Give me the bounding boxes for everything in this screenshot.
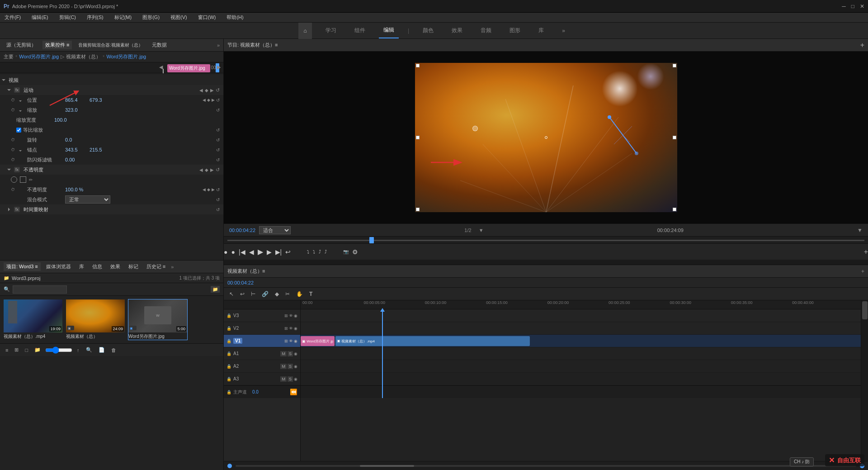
search-input[interactable] (13, 285, 67, 294)
pos-reset[interactable]: ↺ (216, 98, 220, 103)
tab-library[interactable]: 库 (534, 23, 548, 38)
media-item-image1[interactable]: W 5:00 ▣ Word另存图片.jpg (128, 299, 187, 340)
extract-button[interactable]: ⤴ (325, 249, 327, 254)
tab-effects[interactable]: 效果 (447, 23, 467, 38)
a3-lock[interactable]: 🔒 (226, 377, 231, 381)
timeline-timecode[interactable]: 00:00:04:22 (227, 280, 254, 285)
preview-timecode[interactable]: 00:00:04:22 (229, 228, 255, 233)
v3-toggle-output[interactable]: ◉ (294, 313, 297, 318)
rotation-reset[interactable]: ↺ (216, 138, 220, 142)
menu-clip[interactable]: 剪辑(C) (57, 14, 78, 21)
opacity-val-reset[interactable]: ↺ (216, 187, 220, 192)
motion-header[interactable]: fx 运动 ◀ ◆ ▶ ↺ (0, 85, 223, 95)
opacity-header[interactable]: fx 不透明度 ◀ ◆ ▶ ↺ (0, 165, 223, 175)
section-video[interactable]: 视频 ↺ (0, 75, 223, 85)
time-remap-reset[interactable]: ↺ (216, 207, 220, 212)
media-item-video2[interactable]: 24:09 ▣ 视频素材（总） (66, 299, 125, 340)
tab-metadata[interactable]: 元数据 (149, 41, 170, 49)
tool-hand[interactable]: ✋ (294, 290, 305, 298)
go-to-out-button[interactable]: ▶| (275, 248, 282, 256)
footer-new-item[interactable]: 📄 (97, 346, 107, 354)
rotation-value[interactable]: 0.0 (65, 137, 88, 142)
menu-view[interactable]: 视图(V) (169, 14, 189, 21)
anchor-stopwatch[interactable]: ⏱ (11, 147, 17, 152)
a1-toggle-output[interactable]: ◉ (294, 351, 297, 356)
v3-lock[interactable]: 🔒 (226, 313, 231, 318)
anchor-y[interactable]: 215.5 (90, 147, 108, 152)
tool-razor[interactable]: ✂ (283, 290, 292, 298)
uniform-reset[interactable]: ↺ (216, 128, 220, 133)
a3-toggle-output[interactable]: ◉ (294, 377, 297, 381)
tool-undo[interactable]: ↩ (238, 290, 246, 298)
opacity-reset[interactable]: ↺ (216, 167, 220, 173)
tool-type[interactable]: T (307, 290, 314, 298)
breadcrumb-main[interactable]: 主要 (4, 53, 14, 60)
tab-markers[interactable]: 标记 (126, 262, 141, 271)
blend-mode-select[interactable]: 正常 叠加 正片叠底 (65, 195, 110, 204)
effect-timeline-next[interactable]: ▶ (217, 64, 221, 70)
breadcrumb-source-clip[interactable]: Word另存图片.jpg (19, 53, 59, 60)
clip-main-video[interactable]: ▣ 视频素材（总）.mp4 (335, 336, 530, 346)
footer-list-view[interactable]: ≡ (4, 347, 10, 354)
timeline-start-marker[interactable] (227, 464, 232, 468)
track-name-v1-active[interactable]: V1 (233, 338, 242, 344)
position-stopwatch[interactable]: ⏱ (11, 98, 17, 102)
a1-mute[interactable]: M (280, 351, 287, 356)
position-x[interactable]: 865.4 (65, 97, 88, 103)
new-folder-button[interactable]: 📁 (211, 286, 220, 293)
scale-width-value[interactable]: 100.0 (54, 117, 77, 123)
tab-media-browser[interactable]: 媒体浏览器 (43, 262, 74, 271)
tab-learn[interactable]: 学习 (321, 23, 341, 38)
breadcrumb-sequence[interactable]: 视频素材（总） (66, 53, 101, 60)
menu-sequence[interactable]: 序列(S) (85, 14, 105, 21)
tab-assembly[interactable]: 组件 (350, 23, 370, 38)
antiflicker-reset[interactable]: ↺ (216, 157, 220, 162)
menu-help[interactable]: 帮助(H) (225, 14, 245, 21)
panel-expand-button[interactable]: » (217, 43, 220, 48)
position-y[interactable]: 679.3 (90, 97, 108, 103)
tool-selection[interactable]: ↖ (227, 290, 236, 298)
tab-info[interactable]: 信息 (90, 262, 105, 271)
menu-window[interactable]: 窗口(W) (196, 14, 218, 21)
effect-timeline-clip[interactable]: Word另存图片.jpg (167, 64, 210, 72)
tab-effects-panel[interactable]: 效果 (108, 262, 123, 271)
scale-reset[interactable]: ↺ (216, 108, 220, 113)
lift-button[interactable]: ⤴ (319, 249, 321, 254)
media-item-video1[interactable]: 19:09 视频素材（总）.mp4 (4, 299, 62, 340)
opacity-value[interactable]: 100.0 % (65, 187, 88, 192)
opacity-kf-next[interactable]: ▶ (210, 167, 214, 172)
footer-freeform-view[interactable]: □ (23, 347, 30, 354)
step-back-button[interactable]: ◀ (249, 248, 254, 256)
v1-toggle-sync[interactable]: ⊠ (284, 339, 288, 343)
anchor-reset[interactable]: ↺ (216, 147, 220, 152)
a3-mute[interactable]: M (280, 376, 287, 382)
menu-file[interactable]: 文件(F) (3, 14, 23, 21)
timeline-scroll-thumb[interactable] (862, 301, 868, 319)
export-frame-button[interactable]: 📷 (343, 249, 349, 254)
maximize-button[interactable]: □ (851, 3, 854, 9)
v1-lock[interactable]: 🔒 (226, 339, 231, 343)
breadcrumb-target-clip[interactable]: Word另存图片.jpg (106, 53, 146, 60)
go-to-in-button[interactable]: |◀ (239, 248, 245, 256)
footer-new-bin[interactable]: 📁 (33, 346, 42, 354)
opacity-val-prev[interactable]: ◀ (203, 187, 206, 192)
minimize-button[interactable]: ─ (842, 3, 846, 9)
tab-audio-mixer[interactable]: 音频剪辑混合器:视频素材（总） (75, 41, 146, 49)
tab-library-panel[interactable]: 库 (76, 262, 87, 271)
footer-delete[interactable]: 🗑 (109, 347, 118, 354)
a2-lock[interactable]: 🔒 (226, 364, 231, 369)
transform-handle-tr[interactable] (673, 64, 676, 67)
antiflicker-value[interactable]: 0.00 (65, 157, 88, 162)
mark-out-button[interactable]: ● (231, 248, 235, 256)
v2-lock[interactable]: 🔒 (226, 326, 231, 331)
motion-keyframe-add[interactable]: ◆ (205, 88, 208, 93)
v1-toggle-output[interactable]: ◉ (294, 339, 297, 343)
tab-graphics[interactable]: 图形 (505, 23, 525, 38)
a2-mute[interactable]: M (280, 364, 287, 369)
scale-stopwatch[interactable]: ⏱ (11, 108, 17, 112)
a2-toggle-output[interactable]: ◉ (294, 364, 297, 369)
play-button[interactable]: ▶ (258, 247, 263, 256)
a1-solo[interactable]: S (288, 351, 293, 356)
pos-kf-prev[interactable]: ◀ (203, 98, 206, 102)
scale-value[interactable]: 323.0 (65, 107, 88, 113)
